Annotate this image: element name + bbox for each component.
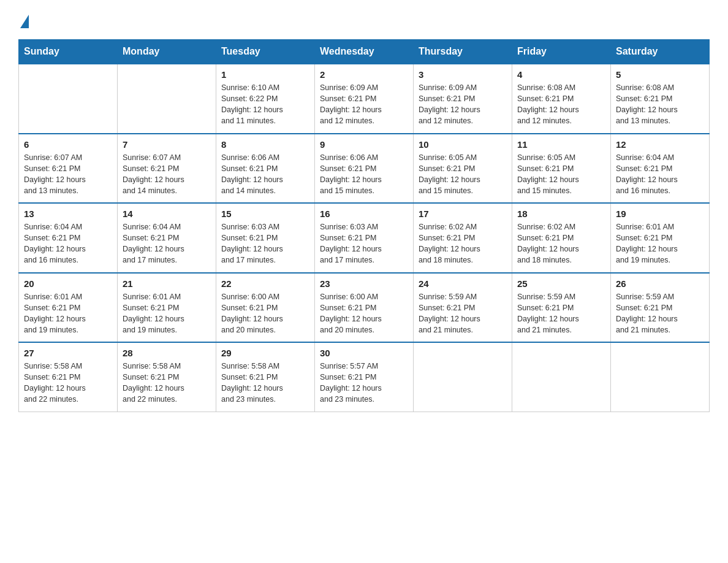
day-number: 2 <box>320 69 408 80</box>
day-number: 22 <box>221 278 309 289</box>
day-info: Sunrise: 6:08 AM Sunset: 6:21 PM Dayligh… <box>517 82 605 127</box>
calendar-cell: 8Sunrise: 6:06 AM Sunset: 6:21 PM Daylig… <box>216 134 315 204</box>
calendar-cell: 22Sunrise: 6:00 AM Sunset: 6:21 PM Dayli… <box>216 273 315 343</box>
calendar-cell: 26Sunrise: 5:59 AM Sunset: 6:21 PM Dayli… <box>611 273 710 343</box>
day-info: Sunrise: 6:02 AM Sunset: 6:21 PM Dayligh… <box>419 221 507 266</box>
day-info: Sunrise: 6:05 AM Sunset: 6:21 PM Dayligh… <box>517 152 605 197</box>
calendar-cell: 27Sunrise: 5:58 AM Sunset: 6:21 PM Dayli… <box>19 342 118 412</box>
day-number: 14 <box>123 209 211 219</box>
day-number: 1 <box>221 69 309 80</box>
calendar-cell: 29Sunrise: 5:58 AM Sunset: 6:21 PM Dayli… <box>216 342 315 412</box>
calendar-cell: 3Sunrise: 6:09 AM Sunset: 6:21 PM Daylig… <box>414 64 512 134</box>
calendar-cell: 28Sunrise: 5:58 AM Sunset: 6:21 PM Dayli… <box>118 342 216 412</box>
day-info: Sunrise: 5:59 AM Sunset: 6:21 PM Dayligh… <box>517 291 605 336</box>
calendar-cell <box>118 64 216 134</box>
calendar-cell: 23Sunrise: 6:00 AM Sunset: 6:21 PM Dayli… <box>315 273 414 343</box>
day-number: 17 <box>419 209 507 219</box>
calendar-week-row: 27Sunrise: 5:58 AM Sunset: 6:21 PM Dayli… <box>19 342 710 412</box>
day-info: Sunrise: 5:57 AM Sunset: 6:21 PM Dayligh… <box>320 361 408 405</box>
day-number: 16 <box>320 209 408 219</box>
day-info: Sunrise: 5:59 AM Sunset: 6:21 PM Dayligh… <box>616 291 704 336</box>
day-info: Sunrise: 5:58 AM Sunset: 6:21 PM Dayligh… <box>24 361 112 405</box>
day-info: Sunrise: 6:07 AM Sunset: 6:21 PM Dayligh… <box>24 152 112 197</box>
day-info: Sunrise: 6:07 AM Sunset: 6:21 PM Dayligh… <box>123 152 211 197</box>
day-of-week-header: Sunday <box>19 40 118 64</box>
day-info: Sunrise: 6:06 AM Sunset: 6:21 PM Dayligh… <box>320 152 408 197</box>
day-info: Sunrise: 6:09 AM Sunset: 6:21 PM Dayligh… <box>320 82 408 127</box>
day-number: 9 <box>320 139 408 150</box>
day-info: Sunrise: 6:03 AM Sunset: 6:21 PM Dayligh… <box>320 221 408 266</box>
calendar-cell: 18Sunrise: 6:02 AM Sunset: 6:21 PM Dayli… <box>512 203 611 273</box>
day-info: Sunrise: 6:04 AM Sunset: 6:21 PM Dayligh… <box>24 221 112 266</box>
calendar-cell: 5Sunrise: 6:08 AM Sunset: 6:21 PM Daylig… <box>611 64 710 134</box>
calendar-cell <box>611 342 710 412</box>
day-number: 3 <box>419 69 507 80</box>
calendar-cell: 20Sunrise: 6:01 AM Sunset: 6:21 PM Dayli… <box>19 273 118 343</box>
calendar-cell: 6Sunrise: 6:07 AM Sunset: 6:21 PM Daylig… <box>19 134 118 204</box>
day-number: 19 <box>616 209 704 219</box>
logo-triangle-icon <box>20 15 29 28</box>
day-number: 8 <box>221 139 309 150</box>
day-info: Sunrise: 6:04 AM Sunset: 6:21 PM Dayligh… <box>616 152 704 197</box>
day-info: Sunrise: 6:01 AM Sunset: 6:21 PM Dayligh… <box>123 291 211 336</box>
day-number: 10 <box>419 139 507 150</box>
logo <box>18 12 29 28</box>
day-of-week-header: Saturday <box>611 40 710 64</box>
day-number: 24 <box>419 278 507 289</box>
day-of-week-header: Monday <box>118 40 216 64</box>
day-of-week-header: Tuesday <box>216 40 315 64</box>
day-info: Sunrise: 5:59 AM Sunset: 6:21 PM Dayligh… <box>419 291 507 336</box>
day-number: 11 <box>517 139 605 150</box>
day-number: 29 <box>221 348 309 358</box>
day-info: Sunrise: 6:05 AM Sunset: 6:21 PM Dayligh… <box>419 152 507 197</box>
day-of-week-header: Friday <box>512 40 611 64</box>
day-info: Sunrise: 5:58 AM Sunset: 6:21 PM Dayligh… <box>221 361 309 405</box>
day-info: Sunrise: 6:00 AM Sunset: 6:21 PM Dayligh… <box>221 291 309 336</box>
day-info: Sunrise: 6:09 AM Sunset: 6:21 PM Dayligh… <box>419 82 507 127</box>
day-number: 25 <box>517 278 605 289</box>
day-number: 18 <box>517 209 605 219</box>
calendar-cell: 21Sunrise: 6:01 AM Sunset: 6:21 PM Dayli… <box>118 273 216 343</box>
calendar-cell: 30Sunrise: 5:57 AM Sunset: 6:21 PM Dayli… <box>315 342 414 412</box>
calendar-week-row: 6Sunrise: 6:07 AM Sunset: 6:21 PM Daylig… <box>19 134 710 204</box>
day-number: 27 <box>24 348 112 358</box>
calendar-cell: 12Sunrise: 6:04 AM Sunset: 6:21 PM Dayli… <box>611 134 710 204</box>
page-header <box>18 12 710 28</box>
day-number: 7 <box>123 139 211 150</box>
day-number: 4 <box>517 69 605 80</box>
day-number: 5 <box>616 69 704 80</box>
day-info: Sunrise: 6:01 AM Sunset: 6:21 PM Dayligh… <box>24 291 112 336</box>
calendar-cell: 17Sunrise: 6:02 AM Sunset: 6:21 PM Dayli… <box>414 203 512 273</box>
day-number: 12 <box>616 139 704 150</box>
calendar-week-row: 20Sunrise: 6:01 AM Sunset: 6:21 PM Dayli… <box>19 273 710 343</box>
day-info: Sunrise: 6:02 AM Sunset: 6:21 PM Dayligh… <box>517 221 605 266</box>
calendar-cell: 15Sunrise: 6:03 AM Sunset: 6:21 PM Dayli… <box>216 203 315 273</box>
calendar-cell <box>414 342 512 412</box>
day-number: 26 <box>616 278 704 289</box>
calendar-cell: 24Sunrise: 5:59 AM Sunset: 6:21 PM Dayli… <box>414 273 512 343</box>
calendar-cell: 13Sunrise: 6:04 AM Sunset: 6:21 PM Dayli… <box>19 203 118 273</box>
calendar-cell: 9Sunrise: 6:06 AM Sunset: 6:21 PM Daylig… <box>315 134 414 204</box>
day-of-week-header: Wednesday <box>315 40 414 64</box>
day-number: 23 <box>320 278 408 289</box>
calendar-week-row: 13Sunrise: 6:04 AM Sunset: 6:21 PM Dayli… <box>19 203 710 273</box>
calendar-cell <box>19 64 118 134</box>
day-number: 20 <box>24 278 112 289</box>
day-number: 15 <box>221 209 309 219</box>
calendar-header-row: SundayMondayTuesdayWednesdayThursdayFrid… <box>19 40 710 64</box>
day-info: Sunrise: 6:00 AM Sunset: 6:21 PM Dayligh… <box>320 291 408 336</box>
calendar-cell: 2Sunrise: 6:09 AM Sunset: 6:21 PM Daylig… <box>315 64 414 134</box>
day-info: Sunrise: 6:08 AM Sunset: 6:21 PM Dayligh… <box>616 82 704 127</box>
day-info: Sunrise: 6:04 AM Sunset: 6:21 PM Dayligh… <box>123 221 211 266</box>
day-number: 6 <box>24 139 112 150</box>
day-number: 21 <box>123 278 211 289</box>
calendar-cell: 16Sunrise: 6:03 AM Sunset: 6:21 PM Dayli… <box>315 203 414 273</box>
day-info: Sunrise: 6:06 AM Sunset: 6:21 PM Dayligh… <box>221 152 309 197</box>
calendar-cell: 7Sunrise: 6:07 AM Sunset: 6:21 PM Daylig… <box>118 134 216 204</box>
calendar-cell: 14Sunrise: 6:04 AM Sunset: 6:21 PM Dayli… <box>118 203 216 273</box>
calendar-cell: 11Sunrise: 6:05 AM Sunset: 6:21 PM Dayli… <box>512 134 611 204</box>
calendar-cell: 25Sunrise: 5:59 AM Sunset: 6:21 PM Dayli… <box>512 273 611 343</box>
day-info: Sunrise: 6:01 AM Sunset: 6:21 PM Dayligh… <box>616 221 704 266</box>
calendar-table: SundayMondayTuesdayWednesdayThursdayFrid… <box>18 39 710 412</box>
calendar-cell: 10Sunrise: 6:05 AM Sunset: 6:21 PM Dayli… <box>414 134 512 204</box>
